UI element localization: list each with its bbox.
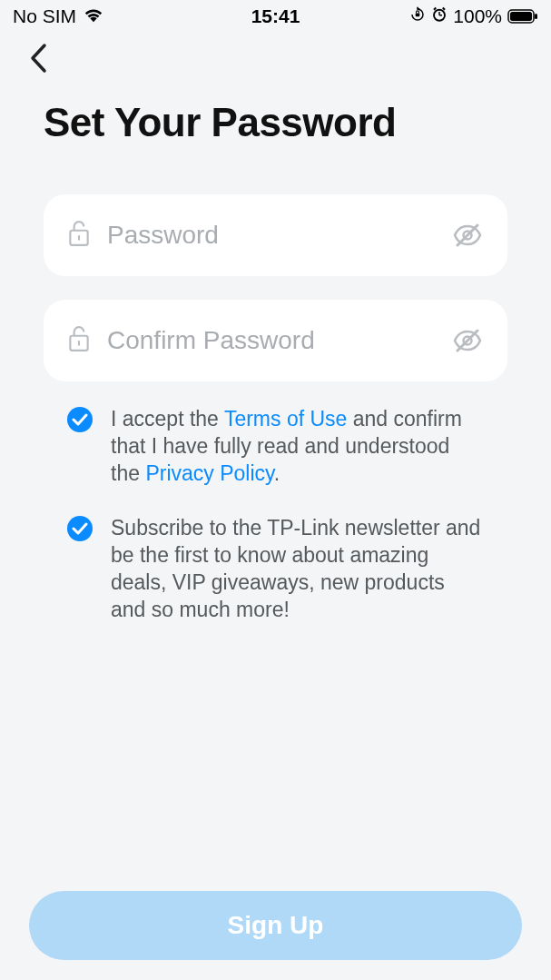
status-time: 15:41 — [251, 5, 300, 27]
password-input[interactable] — [91, 221, 451, 250]
page-title: Set Your Password — [44, 100, 507, 145]
terms-of-use-link[interactable]: Terms of Use — [224, 407, 347, 431]
newsletter-consent-row: Subscribe to the TP-Link newsletter and … — [67, 514, 484, 623]
back-button[interactable] — [22, 42, 54, 74]
svg-rect-8 — [535, 14, 537, 19]
wifi-icon — [84, 5, 103, 27]
password-row — [44, 194, 507, 276]
svg-rect-7 — [510, 12, 532, 21]
chevron-left-icon — [29, 43, 47, 74]
sim-status: No SIM — [13, 5, 76, 27]
newsletter-checkbox[interactable] — [67, 516, 93, 541]
status-bar: No SIM 15:41 — [0, 0, 551, 33]
terms-suffix: . — [274, 461, 280, 485]
status-right: 100% — [409, 5, 538, 27]
eye-off-icon — [452, 328, 483, 353]
content: Set Your Password — [0, 100, 551, 623]
toggle-password-visibility[interactable] — [451, 219, 484, 252]
terms-prefix: I accept the — [111, 407, 224, 431]
svg-line-5 — [443, 8, 445, 10]
check-icon — [72, 413, 88, 426]
battery-percent: 100% — [453, 5, 502, 27]
confirm-password-row — [44, 300, 507, 381]
confirm-password-input[interactable] — [91, 326, 451, 355]
lock-icon — [67, 220, 91, 251]
newsletter-text: Subscribe to the TP-Link newsletter and … — [111, 514, 484, 623]
status-left: No SIM — [13, 5, 103, 27]
sign-up-button[interactable]: Sign Up — [29, 891, 522, 960]
terms-consent-row: I accept the Terms of Use and confirm th… — [67, 405, 484, 487]
alarm-icon — [431, 5, 448, 27]
footer: Sign Up — [29, 891, 522, 960]
toggle-confirm-visibility[interactable] — [451, 324, 484, 357]
svg-line-4 — [434, 8, 436, 10]
eye-off-icon — [452, 223, 483, 248]
orientation-lock-icon — [409, 5, 426, 27]
privacy-policy-link[interactable]: Privacy Policy — [145, 461, 273, 485]
battery-icon — [507, 9, 538, 24]
nav-bar — [0, 33, 551, 84]
svg-rect-0 — [416, 14, 420, 17]
terms-checkbox[interactable] — [67, 407, 93, 432]
lock-icon — [67, 325, 91, 356]
terms-text: I accept the Terms of Use and confirm th… — [111, 405, 484, 487]
consent-block: I accept the Terms of Use and confirm th… — [44, 405, 507, 623]
check-icon — [72, 522, 88, 535]
